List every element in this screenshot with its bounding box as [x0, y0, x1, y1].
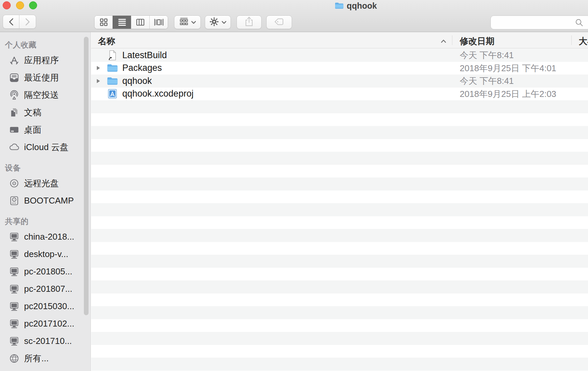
file-name[interactable]: qqhook.xcodeproj — [122, 89, 193, 99]
empty-row — [91, 126, 588, 139]
sidebar-item-disc[interactable]: 远程光盘 — [0, 174, 91, 192]
sidebar-item-shared-pc[interactable]: pc2015030... — [0, 297, 91, 315]
drive-icon — [9, 196, 19, 206]
documents-icon — [9, 107, 19, 118]
sidebar-item-label: desktop-v... — [24, 249, 68, 259]
group-icon — [179, 17, 189, 27]
finder-window: qqhook 个人收藏应用程序最近使用 — [0, 0, 588, 371]
file-date-modified: 2018年9月25日 上午2:03 — [460, 88, 556, 100]
folder-icon — [335, 2, 344, 9]
sidebar-item-label: pc-201807... — [24, 284, 72, 294]
empty-row — [91, 293, 588, 306]
disclosure-triangle-icon[interactable] — [96, 66, 102, 71]
sidebar-item-shared-pc[interactable]: pc-201807... — [0, 280, 91, 297]
tags-button[interactable] — [266, 15, 292, 29]
empty-row — [91, 345, 588, 358]
sidebar-item-shared-pc[interactable]: sc-201710... — [0, 332, 91, 350]
file-row[interactable]: Packages2018年9月25日 下午4:01 — [91, 62, 588, 75]
column-view-button[interactable] — [131, 16, 149, 29]
file-name[interactable]: LatestBuild — [122, 50, 167, 60]
desktop-icon — [9, 125, 19, 135]
alias-file-icon — [107, 50, 118, 61]
minimize-button[interactable] — [16, 1, 24, 9]
shared-pc-icon — [9, 249, 19, 259]
column-divider[interactable] — [571, 35, 572, 45]
close-button[interactable] — [3, 1, 11, 9]
column-header-date-modified[interactable]: 修改日期 — [460, 35, 494, 47]
sidebar-section-title: 个人收藏 — [0, 38, 91, 51]
empty-row — [91, 191, 588, 204]
file-date-modified: 2018年9月25日 下午4:01 — [460, 62, 556, 74]
sidebar-section: 个人收藏应用程序最近使用隔空投送文稿桌面iCloud 云盘 — [0, 38, 91, 156]
empty-row — [91, 139, 588, 152]
forward-button[interactable] — [19, 15, 36, 29]
empty-row — [91, 242, 588, 255]
sidebar-item-label: 桌面 — [24, 124, 41, 136]
sidebar-item-label: iCloud 云盘 — [24, 141, 68, 153]
sidebar-item-airdrop[interactable]: 隔空投送 — [0, 86, 91, 104]
coverflow-view-button[interactable] — [149, 16, 168, 29]
sidebar-section: 共享的china-2018...desktop-v...pc-201805...… — [0, 215, 91, 367]
globe-icon — [9, 353, 19, 364]
sidebar-scrollbar[interactable] — [84, 37, 89, 315]
sidebar-item-applications[interactable]: 应用程序 — [0, 51, 91, 69]
column-header-name[interactable]: 名称 — [98, 35, 115, 47]
sidebar-item-globe[interactable]: 所有... — [0, 350, 91, 367]
disc-icon — [9, 178, 19, 189]
disclosure-triangle-icon[interactable] — [96, 79, 102, 84]
file-row[interactable]: qqhook今天 下午8:41 — [91, 75, 588, 88]
sidebar-item-shared-pc[interactable]: pc2017102... — [0, 315, 91, 332]
share-button[interactable] — [237, 15, 262, 29]
file-row[interactable]: LatestBuild今天 下午8:41 — [91, 49, 588, 62]
empty-row — [91, 280, 588, 293]
nav-buttons — [3, 15, 36, 29]
zoom-button[interactable] — [29, 1, 37, 9]
sidebar-item-documents[interactable]: 文稿 — [0, 104, 91, 121]
sidebar-item-shared-pc[interactable]: pc-201805... — [0, 263, 91, 280]
sidebar-item-shared-pc[interactable]: china-2018... — [0, 228, 91, 245]
empty-row — [91, 203, 588, 216]
empty-row — [91, 100, 588, 113]
sidebar-item-recents[interactable]: 最近使用 — [0, 69, 91, 86]
column-header-size[interactable]: 大小 — [579, 35, 588, 47]
empty-row — [91, 229, 588, 242]
action-button[interactable] — [205, 15, 231, 29]
xcode-project-icon — [107, 88, 118, 99]
back-button[interactable] — [3, 15, 19, 29]
shared-pc-icon — [9, 301, 19, 312]
window-chrome: qqhook — [0, 0, 588, 32]
icloud-icon — [9, 142, 19, 152]
group-by-button[interactable] — [174, 15, 201, 29]
sidebar-item-label: pc2017102... — [24, 319, 74, 329]
sidebar-item-desktop[interactable]: 桌面 — [0, 121, 91, 138]
file-name[interactable]: qqhook — [122, 76, 152, 86]
airdrop-icon — [9, 90, 19, 100]
empty-row — [91, 113, 588, 126]
shared-pc-icon — [9, 319, 19, 329]
empty-row — [91, 358, 588, 371]
empty-row — [91, 255, 588, 268]
search-field[interactable] — [490, 15, 588, 29]
file-list: 名称 修改日期 大小 LatestBuild今天 下午8:41Packages2… — [91, 32, 588, 371]
sidebar-item-icloud[interactable]: iCloud 云盘 — [0, 138, 91, 156]
view-mode-segmented-control — [94, 15, 168, 29]
applications-icon — [9, 55, 19, 66]
list-view-button[interactable] — [113, 16, 131, 29]
sidebar-item-shared-pc[interactable]: desktop-v... — [0, 245, 91, 263]
file-row[interactable]: qqhook.xcodeproj2018年9月25日 上午2:03 — [91, 88, 588, 101]
empty-row — [91, 152, 588, 165]
sidebar-item-drive[interactable]: BOOTCAMP — [0, 192, 91, 209]
shared-pc-icon — [9, 284, 19, 294]
sidebar-item-label: 隔空投送 — [24, 89, 59, 101]
shared-pc-icon — [9, 336, 19, 346]
sidebar-item-label: BOOTCAMP — [24, 196, 74, 206]
shared-pc-icon — [9, 232, 19, 242]
column-divider[interactable] — [452, 35, 452, 45]
icon-view-button[interactable] — [95, 16, 113, 29]
sidebar: 个人收藏应用程序最近使用隔空投送文稿桌面iCloud 云盘设备远程光盘BOOTC… — [0, 32, 91, 371]
sort-ascending-icon — [441, 38, 446, 42]
sidebar-item-label: 最近使用 — [24, 72, 59, 84]
empty-row — [91, 332, 588, 345]
sidebar-item-label: china-2018... — [24, 232, 74, 242]
file-name[interactable]: Packages — [122, 63, 162, 73]
